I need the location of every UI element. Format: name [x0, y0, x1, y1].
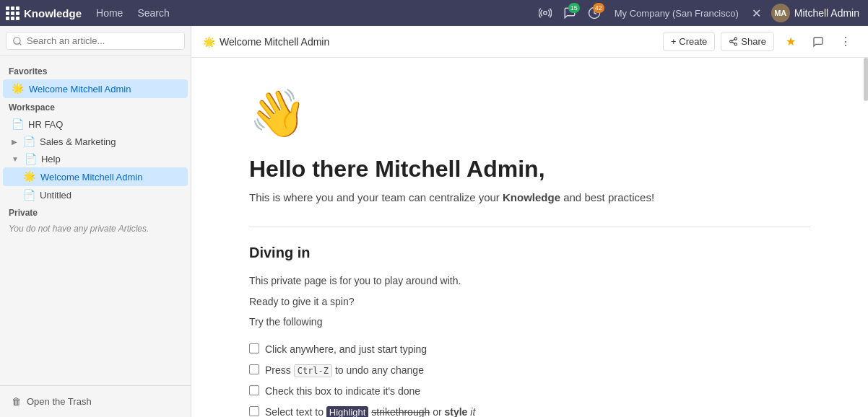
open-trash-btn[interactable]: 🗑 Open the Trash — [9, 392, 182, 411]
sidebar-item-help[interactable]: ▼ 📄 Help — [3, 150, 188, 167]
checklist-item-4: Select text to Highlight strikethrough o… — [249, 405, 810, 417]
topnav-icons: 15 42 My Company (San Francisco) ✕ MA Mi… — [535, 2, 862, 24]
breadcrumb: 🌟 Welcome Mitchell Admin — [203, 36, 329, 48]
workspace-section-title: Workspace — [0, 98, 191, 115]
private-note: You do not have any private Articles. — [0, 221, 191, 240]
sidebar-footer: 🗑 Open the Trash — [0, 385, 191, 417]
svg-line-7 — [732, 42, 735, 43]
svg-point-6 — [734, 43, 737, 45]
checkbox-1[interactable] — [249, 343, 259, 354]
scrollbar-track[interactable] — [864, 58, 868, 417]
content-area: 🌟 Welcome Mitchell Admin + Create Share … — [191, 26, 868, 417]
kbd-ctrl-z: Ctrl-Z — [294, 364, 332, 377]
item-emoji-star: 🌟 — [12, 82, 25, 95]
search-link[interactable]: Search — [131, 4, 175, 22]
checklist-text-1: Click anywhere, and just start typing — [265, 342, 427, 357]
trash-icon: 🗑 — [12, 396, 21, 407]
more-options-button[interactable]: ⋮ — [835, 31, 856, 53]
share-icon — [729, 37, 738, 46]
sidebar-item-label: Help — [41, 154, 61, 164]
article-title: Hello there Mitchell Admin, — [249, 155, 810, 183]
trash-label: Open the Trash — [27, 396, 92, 407]
checklist-text-4: Select text to Highlight strikethrough o… — [265, 405, 475, 417]
svg-line-3 — [19, 43, 22, 45]
brand[interactable]: Knowledge — [6, 6, 82, 20]
sidebar-item-welcome-workspace[interactable]: 🌟 Welcome Mitchell Admin — [3, 167, 188, 186]
doc-icon: 📄 — [12, 118, 24, 130]
main-layout: Favorites 🌟 Welcome Mitchell Admin Works… — [0, 26, 868, 417]
checklist-text-3: Check this box to indicate it's done — [265, 384, 420, 399]
checklist: Click anywhere, and just start typing Pr… — [249, 342, 810, 417]
sidebar-content: Favorites 🌟 Welcome Mitchell Admin Works… — [0, 56, 191, 385]
sidebar-item-hrfaq[interactable]: 📄 HR FAQ — [3, 115, 188, 133]
checklist-item-1: Click anywhere, and just start typing — [249, 342, 810, 357]
expand-arrow-icon: ▼ — [12, 155, 19, 163]
doc-icon: 📄 — [23, 136, 35, 147]
topnav: Knowledge Home Search 15 42 My Company (… — [0, 0, 868, 26]
item-emoji-star2: 🌟 — [23, 170, 36, 183]
avatar: MA — [771, 4, 790, 22]
star-button[interactable]: ★ — [780, 31, 802, 53]
comment-button[interactable] — [807, 31, 829, 53]
svg-line-8 — [732, 40, 735, 41]
sidebar-item-untitled[interactable]: 📄 Untitled — [3, 186, 188, 203]
favorites-section-title: Favorites — [0, 62, 191, 79]
activity-icon-btn[interactable]: 42 — [584, 3, 604, 23]
highlight-span: Highlight — [326, 406, 369, 417]
breadcrumb-title: Welcome Mitchell Admin — [220, 36, 329, 48]
expand-arrow-icon: ▶ — [12, 138, 17, 146]
tools-icon[interactable]: ✕ — [749, 4, 764, 23]
svg-point-0 — [544, 12, 547, 15]
activity-badge: 42 — [593, 3, 604, 13]
svg-point-4 — [734, 38, 737, 40]
share-button[interactable]: Share — [721, 32, 774, 51]
broadcast-icon-btn[interactable] — [535, 3, 555, 23]
svg-point-2 — [14, 37, 20, 43]
style-em: it — [470, 406, 475, 417]
svg-point-5 — [730, 40, 732, 43]
doc-icon: 📄 — [25, 153, 37, 164]
section-heading: Diving in — [249, 245, 810, 261]
chat-icon-btn[interactable]: 15 — [560, 3, 580, 23]
chat-badge: 15 — [568, 3, 580, 13]
breadcrumb-emoji: 🌟 — [203, 36, 215, 48]
home-link[interactable]: Home — [90, 4, 129, 22]
article-para-2: Ready to give it a spin? — [249, 294, 810, 310]
checkbox-3[interactable] — [249, 385, 259, 395]
create-button[interactable]: + Create — [663, 32, 715, 51]
sidebar-item-label: Untitled — [40, 190, 71, 201]
user-menu[interactable]: MA Mitchell Admin — [768, 2, 862, 24]
checklist-item-2: Press Ctrl-Z to undo any change — [249, 363, 810, 378]
share-label: Share — [741, 36, 766, 47]
article-subtitle: This is where you and your team can cent… — [249, 191, 810, 203]
article-emoji: 👋 — [249, 87, 810, 141]
user-name: Mitchell Admin — [794, 7, 859, 19]
sidebar-item-label: Welcome Mitchell Admin — [29, 84, 131, 95]
app-name: Knowledge — [24, 7, 82, 19]
sidebar-item-label: Welcome Mitchell Admin — [40, 172, 142, 183]
sidebar: Favorites 🌟 Welcome Mitchell Admin Works… — [0, 26, 191, 417]
sidebar-search-container — [0, 26, 191, 56]
try-label: Try the following — [249, 314, 810, 330]
company-selector[interactable]: My Company (San Francisco) — [609, 8, 745, 19]
sidebar-item-label: Sales & Marketing — [40, 136, 116, 147]
checkbox-4[interactable] — [249, 406, 259, 416]
sidebar-item-sales[interactable]: ▶ 📄 Sales & Marketing — [3, 133, 188, 150]
sidebar-item-welcome-favorite[interactable]: 🌟 Welcome Mitchell Admin — [3, 79, 188, 98]
article-content: 👋 Hello there Mitchell Admin, This is wh… — [191, 58, 868, 417]
grid-icon — [6, 6, 19, 20]
search-icon — [12, 36, 22, 46]
article-divider — [249, 227, 810, 227]
strikethrough-span: strikethrough — [371, 406, 430, 417]
private-section-title: Private — [0, 203, 191, 221]
article-para-1: This private page is for you to play aro… — [249, 273, 810, 289]
search-input[interactable] — [27, 35, 178, 46]
checkbox-2[interactable] — [249, 364, 259, 374]
checklist-text-2: Press Ctrl-Z to undo any change — [265, 363, 424, 378]
checklist-item-3: Check this box to indicate it's done — [249, 384, 810, 399]
search-box[interactable] — [6, 32, 185, 50]
doc-icon: 📄 — [23, 189, 35, 201]
sidebar-item-label: HR FAQ — [28, 119, 63, 130]
scrollbar-thumb[interactable] — [864, 58, 868, 101]
style-bold: style — [444, 406, 467, 417]
